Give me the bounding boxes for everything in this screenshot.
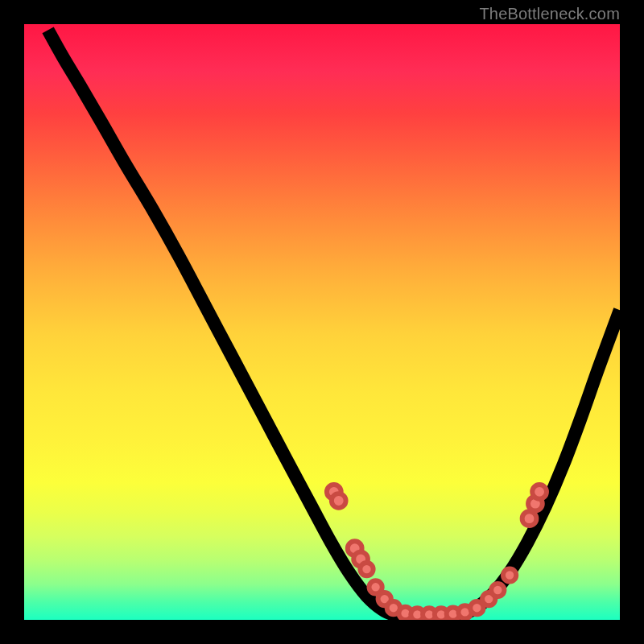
chart-svg xyxy=(24,24,620,620)
watermark-text: TheBottleneck.com xyxy=(479,5,620,23)
sample-dot xyxy=(491,584,504,597)
sample-dot xyxy=(387,601,400,614)
bottleneck-curve xyxy=(48,30,620,618)
sample-dot xyxy=(503,568,516,581)
sample-dot xyxy=(447,607,460,620)
sample-dot xyxy=(360,563,373,576)
sample-dot xyxy=(327,485,341,499)
sample-dot xyxy=(411,608,423,620)
sample-dot xyxy=(348,541,362,555)
sample-dot xyxy=(528,497,543,511)
sample-dot xyxy=(532,485,547,499)
sample-dot xyxy=(398,607,411,620)
sample-dot xyxy=(332,493,346,508)
sample-dot xyxy=(470,601,483,614)
sample-dot xyxy=(378,592,391,605)
sample-dot xyxy=(435,608,448,620)
sample-dot xyxy=(522,511,537,526)
sample-dot xyxy=(458,605,471,618)
sample-dots xyxy=(327,485,547,620)
chart-frame: TheBottleneck.com xyxy=(0,0,644,644)
sample-dot xyxy=(353,552,368,567)
sample-dot xyxy=(482,592,495,605)
sample-dot xyxy=(369,580,382,593)
plot-area xyxy=(24,24,620,620)
sample-dot xyxy=(423,608,436,620)
